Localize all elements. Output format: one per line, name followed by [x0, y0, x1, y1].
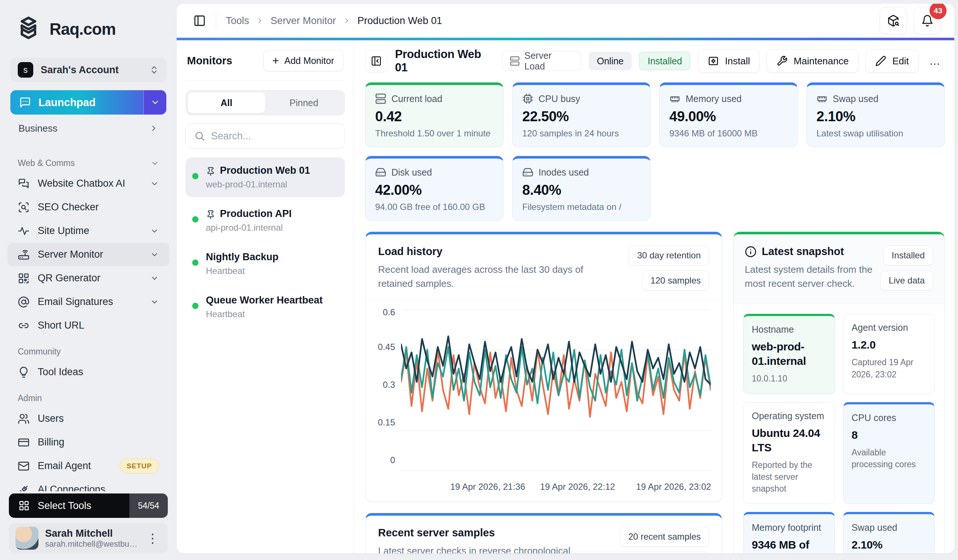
app-title: Raq.com	[49, 20, 116, 38]
monitor-item-queue-worker[interactable]: Queue Worker Heartbeat Heartbeat	[186, 287, 345, 327]
user-name: Sarah Mitchell	[45, 528, 138, 539]
chevron-down-icon	[151, 159, 159, 167]
load-chart: 0.6 0.45 0.3 0.15 0	[366, 300, 722, 474]
setup-badge: SETUP	[120, 459, 159, 473]
sidebar-item-qr-generator[interactable]: QR Generator	[7, 267, 169, 290]
tab-pinned[interactable]: Pinned	[265, 92, 343, 113]
add-monitor-button[interactable]: + Add Monitor	[263, 50, 343, 71]
select-tools-button[interactable]: Select Tools 54/54	[9, 493, 168, 518]
snapshot-cards: Hostname web-prod-01.internal 10.0.1.10 …	[734, 304, 944, 553]
sidebar: Raq.com s Sarah's Account Launchpad Busi…	[0, 0, 177, 560]
plug-icon	[18, 484, 30, 492]
stat-cards: Current load 0.42 Threshold 1.50 over 1 …	[365, 82, 945, 221]
sidebar-item-billing[interactable]: Billing	[7, 431, 169, 454]
y-axis-labels: 0.6 0.45 0.3 0.15 0	[372, 309, 401, 471]
monitor-item-production-web-01[interactable]: Production Web 01 web-prod-01.internal	[186, 157, 345, 197]
sidebar-toggle-button[interactable]	[190, 11, 209, 30]
snapshot-agent-version-card: Agent version 1.2.0 Captured 19 Apr 2026…	[843, 314, 935, 393]
load-history-lines	[401, 309, 711, 471]
credit-card-icon	[18, 436, 30, 448]
edit-button[interactable]: Edit	[865, 49, 919, 73]
select-tools-label: Select Tools	[38, 500, 91, 512]
install-icon	[708, 56, 719, 67]
sidebar-item-short-url[interactable]: Short URL	[7, 314, 169, 337]
stat-disk-used: Disk used 42.00% 94.00 GB free of 160.00…	[365, 156, 503, 221]
plus-icon: +	[273, 55, 279, 67]
status-dot-online	[192, 260, 198, 266]
chart-plot-area	[401, 309, 711, 471]
chevron-down-icon	[150, 298, 159, 306]
sidebar-item-site-uptime[interactable]: Site Uptime	[7, 219, 169, 243]
select-tools-main[interactable]: Select Tools	[9, 493, 129, 518]
snapshot-os-card: Operating system Ubuntu 24.04 LTS Report…	[743, 402, 835, 504]
chevron-right-icon	[256, 17, 264, 25]
last-check-badge: Last check 19 Apr 2026, 23:02	[573, 552, 709, 553]
section-admin: Admin	[18, 393, 159, 403]
sidebar-item-users[interactable]: Users	[7, 407, 169, 430]
qr-code-icon	[18, 273, 30, 284]
recent-samples-subtitle: Latest server checks in reverse chronolo…	[378, 544, 573, 553]
grid-icon	[19, 500, 30, 511]
chevron-down-icon	[150, 179, 159, 188]
notifications-button[interactable]: 43	[914, 7, 941, 34]
hard-drive-icon	[522, 167, 533, 178]
hard-drive-icon	[375, 167, 386, 178]
monitor-item-nightly-backup[interactable]: Nightly Backup Heartbeat	[186, 244, 345, 284]
main-window: Tools Server Monitor Production Web 01 4…	[177, 4, 954, 553]
monitor-search[interactable]	[186, 124, 345, 149]
panel-left-icon	[193, 14, 206, 27]
chevron-right-icon	[149, 124, 158, 133]
user-avatar	[16, 527, 38, 550]
search-input[interactable]	[211, 130, 336, 142]
collapse-panel-button[interactable]	[365, 49, 388, 73]
chevron-down-icon	[151, 98, 160, 107]
launchpad-expand-button[interactable]	[143, 90, 167, 114]
sidebar-item-email-agent[interactable]: Email Agent SETUP	[7, 454, 169, 478]
sidebar-item-seo-checker[interactable]: SEO Checker	[7, 195, 169, 219]
account-name: Sarah's Account	[41, 64, 142, 76]
breadcrumb-server-monitor[interactable]: Server Monitor	[271, 15, 336, 27]
launchpad-button[interactable]: Launchpad	[10, 90, 167, 114]
maintenance-button[interactable]: Maintenance	[766, 49, 858, 73]
monitor-detail: Production Web 01 Server Load Online Ins…	[354, 40, 954, 553]
user-email: sarah.mitchell@westbur...	[45, 539, 138, 549]
sidebar-item-email-signatures[interactable]: Email Signatures	[7, 290, 169, 313]
more-actions-button[interactable]: …	[925, 55, 945, 67]
snapshot-subtitle: Latest system details from the most rece…	[745, 263, 878, 290]
notification-badge: 43	[929, 4, 947, 19]
sidebar-item-website-chatbox-ai[interactable]: Website Chatbox AI	[7, 172, 169, 195]
memory-stick-icon	[817, 93, 828, 104]
breadcrumb-tools[interactable]: Tools	[226, 15, 249, 27]
user-menu[interactable]: Sarah Mitchell sarah.mitchell@westbur...…	[9, 523, 168, 553]
monitor-item-production-api[interactable]: Production API api-prod-01.internal	[186, 201, 345, 240]
pin-icon	[206, 210, 216, 220]
activity-icon	[18, 225, 30, 237]
section-web-comms[interactable]: Web & Comms	[18, 158, 159, 168]
monitor-tabs: All Pinned	[186, 90, 345, 115]
link-icon	[18, 320, 30, 332]
retention-badge: 30 day retention	[629, 246, 709, 265]
content: Monitors + Add Monitor All Pinned	[177, 40, 954, 553]
snapshot-swap-card: Swap used 2.10% Latest swap utilisation	[843, 512, 935, 553]
monitors-header: Monitors + Add Monitor	[186, 50, 345, 81]
package-search-button[interactable]	[880, 7, 907, 34]
server-icon	[375, 93, 386, 104]
detail-header: Production Web 01 Server Load Online Ins…	[365, 49, 945, 73]
chat-double-icon	[18, 178, 30, 190]
pencil-icon	[875, 56, 886, 67]
load-history-title: Load history	[378, 246, 629, 258]
install-button[interactable]: Install	[698, 49, 760, 73]
sidebar-item-business[interactable]: Business	[10, 117, 167, 139]
sidebar-item-ai-connections[interactable]: AI Connections	[7, 478, 169, 491]
snapshot-title: Latest snapshot	[762, 246, 844, 258]
snapshot-live-data-badge: Live data	[880, 271, 933, 290]
tab-all[interactable]: All	[188, 92, 265, 113]
sidebar-item-server-monitor[interactable]: Server Monitor	[7, 243, 169, 266]
account-switcher[interactable]: s Sarah's Account	[10, 58, 167, 82]
package-search-icon	[887, 14, 899, 27]
recent-samples-title: Recent server samples	[378, 527, 573, 539]
sidebar-item-tool-ideas[interactable]: Tool Ideas	[7, 360, 169, 384]
kebab-menu-icon[interactable]: ⋮	[144, 531, 161, 546]
launchpad-main[interactable]: Launchpad	[10, 90, 143, 114]
topbar: Tools Server Monitor Production Web 01 4…	[177, 4, 954, 38]
